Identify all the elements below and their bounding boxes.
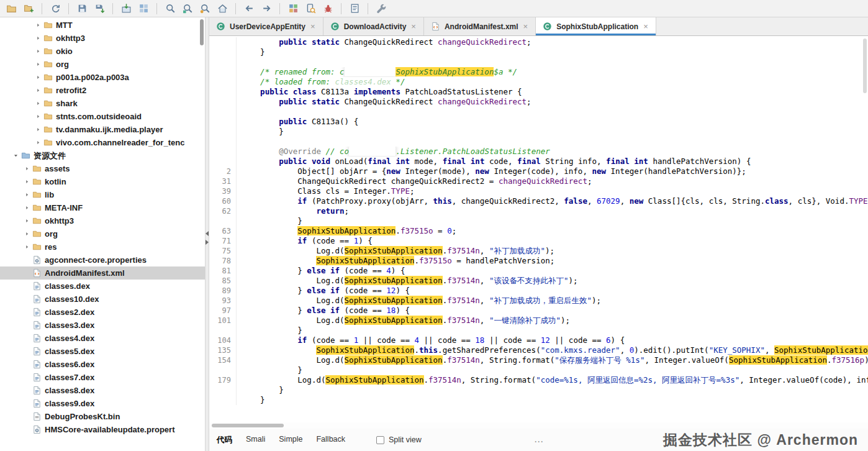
tree-item[interactable]: classes10.dex — [0, 293, 205, 306]
back-button[interactable] — [242, 1, 256, 16]
collapse-left-icon[interactable] — [206, 231, 209, 236]
toolbar-separator — [368, 3, 368, 14]
tab-SophixStubApplication[interactable]: SophixStubApplication× — [536, 17, 656, 35]
tree-item[interactable]: classes9.dex — [0, 397, 205, 410]
tab-close-icon[interactable]: × — [643, 22, 649, 30]
tab-UserDeviceAppEntity[interactable]: UserDeviceAppEntity× — [209, 17, 323, 35]
tree-item[interactable]: vivo.com.channelreader_for_tenc — [0, 136, 205, 149]
tree-item[interactable]: org — [0, 227, 205, 240]
tree-item-label: classes7.dex — [45, 373, 94, 382]
tree-item[interactable]: classes5.dex — [0, 345, 205, 358]
tree-item[interactable]: agconnect-core.properties — [0, 253, 205, 266]
tab-close-icon[interactable]: × — [310, 22, 316, 30]
file-dex-icon — [32, 281, 42, 291]
chevron-right-icon[interactable] — [34, 47, 43, 56]
tree-item[interactable]: classes4.dex — [0, 332, 205, 345]
chevron-right-icon[interactable] — [34, 99, 43, 108]
tab-close-icon[interactable]: × — [410, 22, 417, 30]
tree-item[interactable]: 资源文件 — [0, 149, 205, 162]
chevron-right-icon[interactable] — [22, 242, 32, 252]
chevron-right-icon[interactable] — [22, 177, 32, 186]
tree-item-label: classes.dex — [45, 281, 90, 291]
chevron-right-icon[interactable] — [34, 86, 43, 95]
collapse-right-icon[interactable] — [206, 240, 209, 245]
panel-splitter[interactable] — [205, 17, 209, 451]
tree-item[interactable]: META-INF — [0, 201, 205, 214]
editor-hscrollbar-thumb[interactable] — [212, 424, 284, 427]
search-class-button[interactable] — [180, 1, 195, 16]
tree-item[interactable]: classes6.dex — [0, 358, 205, 371]
chevron-right-icon[interactable] — [34, 112, 43, 121]
tree-item-label: kotlin — [45, 177, 66, 186]
tree-item[interactable]: classes7.dex — [0, 371, 205, 384]
tree-item[interactable]: okio — [0, 45, 205, 58]
tree-item[interactable]: p001a.p002a.p003a — [0, 71, 205, 84]
tree-item[interactable]: stnts.com.outsideoaid — [0, 110, 205, 123]
deobfuscation-button[interactable] — [320, 1, 335, 16]
code-line: 154 Log.d(SophixStubApplication.f37514n,… — [209, 355, 868, 365]
tree-item[interactable]: AndroidManifest.xml — [0, 266, 205, 280]
chevron-right-icon[interactable] — [34, 138, 43, 147]
tree-item[interactable]: classes.dex — [0, 280, 205, 293]
tree-item[interactable]: classes3.dex — [0, 319, 205, 332]
forward-button[interactable] — [259, 1, 274, 16]
tree-item[interactable]: assets — [0, 162, 205, 175]
reload-button[interactable] — [48, 1, 63, 16]
bottom-tab-代码[interactable]: 代码 — [217, 435, 232, 445]
tree-scrollbar-thumb[interactable] — [200, 19, 204, 45]
tree-item[interactable]: classes2.dex — [0, 306, 205, 319]
chevron-right-icon[interactable] — [22, 203, 32, 212]
chevron-right-icon[interactable] — [22, 164, 32, 173]
tree-item-label: 资源文件 — [34, 150, 66, 162]
heap-button[interactable] — [286, 1, 301, 16]
search-usage-button[interactable] — [197, 1, 212, 16]
chevron-right-icon[interactable] — [34, 73, 43, 82]
chevron-right-icon[interactable] — [34, 125, 43, 134]
bottom-tab-Simple[interactable]: Simple — [279, 435, 302, 445]
chevron-down-icon[interactable] — [11, 151, 20, 160]
tab-DownloadActivity[interactable]: DownloadActivity× — [323, 17, 424, 35]
chevron-right-icon[interactable] — [22, 229, 32, 239]
chevron-right-icon[interactable] — [22, 216, 32, 226]
tab-AndroidManifest.xml[interactable]: AndroidManifest.xml× — [424, 17, 536, 35]
tree-item[interactable]: retrofit2 — [0, 84, 205, 97]
chevron-right-icon[interactable] — [34, 20, 43, 30]
chevron-right-icon[interactable] — [34, 34, 43, 43]
code-editor[interactable]: public static ChangeQuickRedirect change… — [209, 36, 868, 422]
tree-item[interactable]: org — [0, 58, 205, 71]
split-view-checkbox[interactable] — [376, 436, 384, 444]
inspector-button[interactable] — [303, 1, 318, 16]
chevron-right-icon[interactable] — [22, 190, 32, 199]
export-project-button[interactable] — [119, 1, 133, 16]
tree-item[interactable]: okhttp3 — [0, 214, 205, 227]
code-line: @Override // co .Listener.PatchLoadStatu… — [209, 147, 868, 157]
line-number — [209, 117, 237, 127]
tree-item[interactable]: okhttp3 — [0, 32, 205, 45]
log-viewer-button[interactable] — [347, 1, 362, 16]
tree-item[interactable]: tv.danmaku.ijk.media.player — [0, 123, 205, 136]
search-text-button[interactable] — [163, 1, 178, 16]
tree-item[interactable]: shark — [0, 97, 205, 110]
line-number — [209, 137, 237, 147]
save-all-button[interactable] — [75, 1, 89, 16]
code-text: /* loaded from: classes4.dex */ — [237, 77, 868, 87]
bottom-tab-Smali[interactable]: Smali — [246, 435, 265, 445]
editor-vscrollbar-thumb[interactable] — [863, 39, 867, 93]
tree-item[interactable]: DebugProbesKt.bin — [0, 410, 205, 423]
tree-item[interactable]: lib — [0, 188, 205, 201]
chevron-right-icon[interactable] — [34, 60, 43, 69]
add-files-button[interactable] — [21, 1, 36, 16]
sync-grid-button[interactable] — [136, 1, 151, 16]
tree-item[interactable]: HMSCore-availableupdate.propert — [0, 423, 205, 436]
export-button[interactable] — [92, 1, 107, 16]
preferences-button[interactable] — [374, 1, 389, 16]
bottom-tab-Fallback[interactable]: Fallback — [316, 435, 345, 445]
tree-item[interactable]: classes8.dex — [0, 384, 205, 397]
tab-close-icon[interactable]: × — [523, 22, 529, 30]
tree-item[interactable]: MTT — [0, 19, 205, 32]
open-file-button[interactable] — [4, 1, 19, 16]
split-view-toggle[interactable]: Split view — [376, 435, 422, 444]
tree-item[interactable]: res — [0, 240, 205, 253]
tree-item[interactable]: kotlin — [0, 175, 205, 188]
main-activity-button[interactable] — [215, 1, 230, 16]
